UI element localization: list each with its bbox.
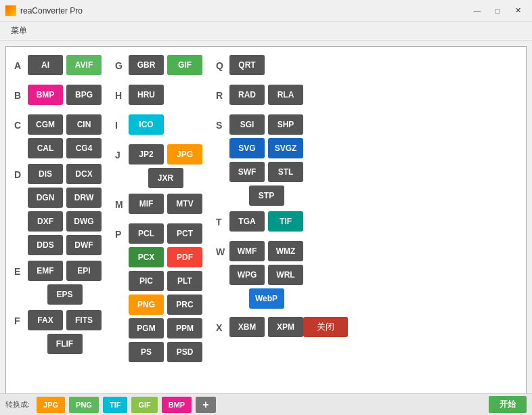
bottom-format-PNG[interactable]: PNG bbox=[69, 397, 99, 413]
window-controls: — □ ✕ bbox=[468, 4, 527, 18]
format-PCT[interactable]: PCT bbox=[167, 223, 202, 244]
formats-i: ICO bbox=[129, 114, 164, 135]
format-BMP[interactable]: BMP bbox=[28, 85, 63, 105]
format-AVIF[interactable]: AVIF bbox=[66, 55, 102, 75]
format-SVG[interactable]: SVG bbox=[229, 138, 265, 158]
format-PSD[interactable]: PSD bbox=[167, 342, 202, 362]
menu-item-main[interactable]: 菜单 bbox=[5, 22, 32, 39]
format-CAL[interactable]: CAL bbox=[28, 138, 63, 158]
letter-a: A bbox=[14, 55, 28, 71]
letter-h: H bbox=[115, 85, 129, 101]
letter-f: F bbox=[14, 310, 28, 326]
format-PGM[interactable]: PGM bbox=[129, 318, 164, 338]
format-PDF[interactable]: PDF bbox=[167, 247, 202, 267]
letter-g: G bbox=[115, 55, 129, 71]
format-FLIF[interactable]: FLIF bbox=[47, 334, 83, 354]
format-PCL[interactable]: PCL bbox=[129, 223, 164, 244]
bottom-format-TIF[interactable]: TIF bbox=[103, 397, 128, 413]
format-WPG[interactable]: WPG bbox=[229, 265, 265, 285]
format-HRU[interactable]: HRU bbox=[129, 85, 164, 105]
format-WMF[interactable]: WMF bbox=[229, 241, 265, 261]
format-WRL[interactable]: WRL bbox=[268, 265, 303, 285]
close-button[interactable]: 关闭 bbox=[303, 317, 348, 337]
format-GBR[interactable]: GBR bbox=[129, 55, 164, 75]
format-PIC[interactable]: PIC bbox=[129, 271, 164, 291]
format-STP[interactable]: STP bbox=[249, 185, 284, 206]
bottom-format-GIF[interactable]: GIF bbox=[131, 397, 157, 413]
format-WMZ[interactable]: WMZ bbox=[268, 241, 303, 261]
format-EPS[interactable]: EPS bbox=[47, 284, 83, 305]
format-TIF[interactable]: TIF bbox=[268, 211, 303, 232]
format-XBM[interactable]: XBM bbox=[229, 317, 265, 337]
format-PPM[interactable]: PPM bbox=[167, 318, 202, 338]
formats-q: QRT bbox=[229, 55, 265, 75]
formats-j: JP2 JPG JXR bbox=[129, 144, 202, 188]
formats-p: PCL PCT PCX PDF PIC PLT PNG PRC bbox=[129, 223, 202, 362]
group-r: R RAD RLA bbox=[216, 85, 348, 109]
close-window-button[interactable]: ✕ bbox=[509, 4, 527, 18]
bottom-format-BMP[interactable]: BMP bbox=[162, 397, 192, 413]
letter-r: R bbox=[216, 85, 229, 101]
format-PLT[interactable]: PLT bbox=[167, 271, 202, 291]
format-SWF[interactable]: SWF bbox=[229, 162, 265, 182]
group-e: E EMF EPI EPS bbox=[14, 261, 102, 305]
group-d: D DIS DCX DGN DRW DXF DWG DDS bbox=[14, 164, 102, 255]
format-PS[interactable]: PS bbox=[129, 342, 164, 362]
format-CG4[interactable]: CG4 bbox=[66, 138, 102, 158]
letter-e: E bbox=[14, 261, 28, 277]
format-QRT[interactable]: QRT bbox=[229, 55, 265, 75]
format-JXR[interactable]: JXR bbox=[148, 168, 183, 188]
format-CIN[interactable]: CIN bbox=[66, 114, 102, 135]
format-GIF[interactable]: GIF bbox=[167, 55, 202, 75]
format-PRC[interactable]: PRC bbox=[167, 294, 202, 315]
format-MIF[interactable]: MIF bbox=[129, 194, 164, 214]
format-DWG[interactable]: DWG bbox=[66, 211, 102, 232]
format-DRW[interactable]: DRW bbox=[66, 188, 102, 208]
maximize-button[interactable]: □ bbox=[489, 4, 506, 18]
format-EMF[interactable]: EMF bbox=[28, 261, 63, 281]
format-DGN[interactable]: DGN bbox=[28, 188, 63, 208]
formats-x: XBM XPM bbox=[229, 317, 303, 337]
format-SVGZ[interactable]: SVGZ bbox=[268, 138, 303, 158]
format-DXF[interactable]: DXF bbox=[28, 211, 63, 232]
add-format-button[interactable]: + bbox=[196, 397, 215, 413]
format-XPM[interactable]: XPM bbox=[268, 317, 303, 337]
format-SHP[interactable]: SHP bbox=[268, 114, 303, 135]
format-TGA[interactable]: TGA bbox=[229, 211, 265, 232]
format-RLA[interactable]: RLA bbox=[268, 85, 303, 105]
format-JPG[interactable]: JPG bbox=[167, 144, 202, 165]
letter-c: C bbox=[14, 114, 28, 131]
format-ICO[interactable]: ICO bbox=[129, 114, 164, 135]
group-j: J JP2 JPG JXR bbox=[115, 144, 202, 188]
formats-r: RAD RLA bbox=[229, 85, 303, 105]
format-DCX[interactable]: DCX bbox=[66, 164, 102, 184]
app-title: reaConverter Pro bbox=[20, 6, 468, 16]
format-BPG[interactable]: BPG bbox=[66, 85, 102, 105]
format-WebP[interactable]: WebP bbox=[249, 288, 284, 309]
format-DWF[interactable]: DWF bbox=[66, 235, 102, 255]
format-FAX[interactable]: FAX bbox=[28, 310, 63, 330]
format-JP2[interactable]: JP2 bbox=[129, 144, 164, 165]
format-PNG[interactable]: PNG bbox=[129, 294, 164, 315]
formats-d: DIS DCX DGN DRW DXF DWG DDS DWF bbox=[28, 164, 102, 255]
format-STL[interactable]: STL bbox=[268, 162, 303, 182]
format-FITS[interactable]: FITS bbox=[66, 310, 102, 330]
format-SGI[interactable]: SGI bbox=[229, 114, 265, 135]
format-EPI[interactable]: EPI bbox=[66, 261, 102, 281]
format-PCX[interactable]: PCX bbox=[129, 247, 164, 267]
format-DDS[interactable]: DDS bbox=[28, 235, 63, 255]
bottom-format-JPG[interactable]: JPG bbox=[37, 397, 65, 413]
format-MTV[interactable]: MTV bbox=[167, 194, 202, 214]
menu-bar: 菜单 bbox=[0, 22, 532, 41]
start-button[interactable]: 开始 bbox=[489, 396, 527, 413]
format-RAD[interactable]: RAD bbox=[229, 85, 265, 105]
format-CGM[interactable]: CGM bbox=[28, 114, 63, 135]
letter-t: T bbox=[216, 211, 229, 227]
format-DIS[interactable]: DIS bbox=[28, 164, 63, 184]
app-icon bbox=[5, 5, 16, 16]
minimize-button[interactable]: — bbox=[468, 4, 486, 18]
format-AI[interactable]: AI bbox=[28, 55, 63, 75]
letter-j: J bbox=[115, 144, 129, 160]
formats-t: TGA TIF bbox=[229, 211, 303, 232]
group-a: A AI AVIF bbox=[14, 55, 102, 79]
